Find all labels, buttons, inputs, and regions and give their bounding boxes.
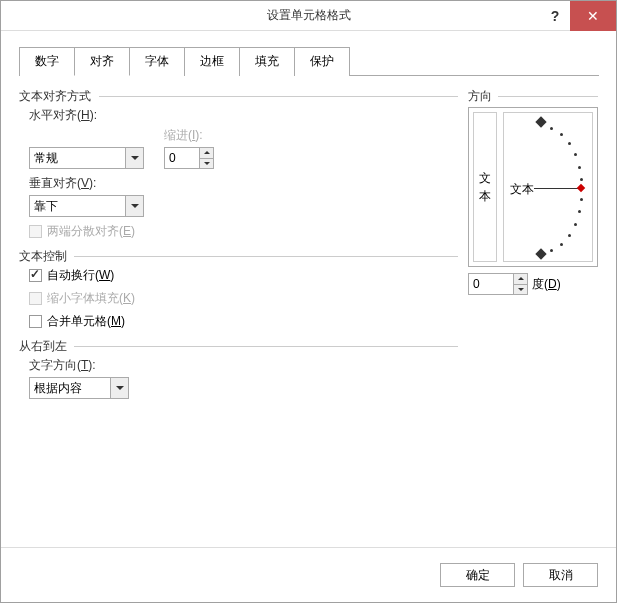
arc-text-label: 文本 <box>510 181 534 198</box>
wrap-label: 自动换行(W) <box>47 267 114 284</box>
arc-dot-icon <box>568 234 571 237</box>
tab-font[interactable]: 字体 <box>129 47 185 76</box>
dropdown-icon[interactable] <box>110 378 128 398</box>
orientation-arc[interactable]: 文本 <box>503 112 593 262</box>
arc-diamond-icon <box>535 248 546 259</box>
right-column: 方向 文 本 文本 <box>468 86 598 399</box>
vertical-text-button[interactable]: 文 本 <box>473 112 497 262</box>
justify-label: 两端分散对齐(E) <box>47 223 135 240</box>
fieldset-rtl: 从右到左 文字方向(T): 根据内容 <box>19 346 458 399</box>
close-button[interactable]: ✕ <box>570 1 616 31</box>
fieldset-orientation: 方向 文 本 文本 <box>468 96 598 295</box>
tab-border[interactable]: 边框 <box>184 47 240 76</box>
tab-alignment[interactable]: 对齐 <box>74 47 130 76</box>
arc-line-icon <box>534 188 579 189</box>
tab-fill[interactable]: 填充 <box>239 47 295 76</box>
fieldset-label: 方向 <box>468 88 496 105</box>
fieldset-text-control: 文本控制 自动换行(W) 缩小字体填充(K) 合并单元格(M) <box>19 256 458 330</box>
spin-up-icon[interactable] <box>200 148 213 159</box>
arc-dot-icon <box>550 127 553 130</box>
wrap-checkbox-row[interactable]: 自动换行(W) <box>29 267 458 284</box>
arc-dot-icon <box>574 153 577 156</box>
degree-label: 度(D) <box>532 276 561 293</box>
fieldset-label: 文本控制 <box>19 248 71 265</box>
text-dir-value: 根据内容 <box>34 380 82 397</box>
degree-row: 度(D) <box>468 273 598 295</box>
shrink-checkbox <box>29 292 42 305</box>
orientation-widget[interactable]: 文 本 文本 <box>468 107 598 267</box>
arc-pointer-icon <box>577 184 585 192</box>
tab-strip: 数字 对齐 字体 边框 填充 保护 <box>19 46 599 76</box>
h-align-value: 常规 <box>34 150 58 167</box>
degree-spinner[interactable] <box>468 273 528 295</box>
merge-checkbox[interactable] <box>29 315 42 328</box>
indent-label: 缩进(I): <box>164 127 214 144</box>
dropdown-icon[interactable] <box>125 148 143 168</box>
wrap-checkbox[interactable] <box>29 269 42 282</box>
merge-label: 合并单元格(M) <box>47 313 125 330</box>
titlebar: 设置单元格格式 ? ✕ <box>1 1 616 31</box>
degree-input[interactable] <box>469 277 499 291</box>
content-area: 文本对齐方式 水平对齐(H): 常规 缩进(I): <box>1 76 616 399</box>
cancel-button[interactable]: 取消 <box>523 563 598 587</box>
dialog-footer: 确定 取消 <box>1 547 616 602</box>
fieldset-label: 文本对齐方式 <box>19 88 95 105</box>
tab-number[interactable]: 数字 <box>19 47 75 76</box>
spin-down-icon[interactable] <box>514 285 527 295</box>
format-cells-dialog: 设置单元格格式 ? ✕ 数字 对齐 字体 边框 填充 保护 文本对齐方式 水平对… <box>0 0 617 603</box>
h-align-label: 水平对齐(H): <box>29 107 458 124</box>
arc-dot-icon <box>560 133 563 136</box>
spin-down-icon[interactable] <box>200 159 213 169</box>
left-column: 文本对齐方式 水平对齐(H): 常规 缩进(I): <box>19 86 468 399</box>
v-align-select[interactable]: 靠下 <box>29 195 144 217</box>
justify-checkbox-row: 两端分散对齐(E) <box>29 223 458 240</box>
arc-diamond-icon <box>535 116 546 127</box>
arc-dot-icon <box>550 249 553 252</box>
text-dir-select[interactable]: 根据内容 <box>29 377 129 399</box>
shrink-label: 缩小字体填充(K) <box>47 290 135 307</box>
v-align-label: 垂直对齐(V): <box>29 175 458 192</box>
arc-dot-icon <box>560 243 563 246</box>
spin-up-icon[interactable] <box>514 274 527 285</box>
arc-dot-icon <box>568 142 571 145</box>
window-controls: ? ✕ <box>540 1 616 31</box>
shrink-checkbox-row: 缩小字体填充(K) <box>29 290 458 307</box>
fieldset-text-alignment: 文本对齐方式 水平对齐(H): 常规 缩进(I): <box>19 96 458 240</box>
indent-spinner[interactable] <box>164 147 214 169</box>
merge-checkbox-row[interactable]: 合并单元格(M) <box>29 313 458 330</box>
arc-dot-icon <box>574 223 577 226</box>
v-align-value: 靠下 <box>34 198 58 215</box>
fieldset-label: 从右到左 <box>19 338 71 355</box>
h-align-select[interactable]: 常规 <box>29 147 144 169</box>
text-dir-label: 文字方向(T): <box>29 357 458 374</box>
dropdown-icon[interactable] <box>125 196 143 216</box>
indent-input[interactable] <box>165 151 195 165</box>
arc-dot-icon <box>580 178 583 181</box>
dialog-title: 设置单元格格式 <box>267 7 351 24</box>
arc-dot-icon <box>578 210 581 213</box>
help-button[interactable]: ? <box>540 1 570 31</box>
arc-dot-icon <box>580 198 583 201</box>
justify-checkbox <box>29 225 42 238</box>
ok-button[interactable]: 确定 <box>440 563 515 587</box>
tab-protection[interactable]: 保护 <box>294 47 350 76</box>
arc-dot-icon <box>578 166 581 169</box>
